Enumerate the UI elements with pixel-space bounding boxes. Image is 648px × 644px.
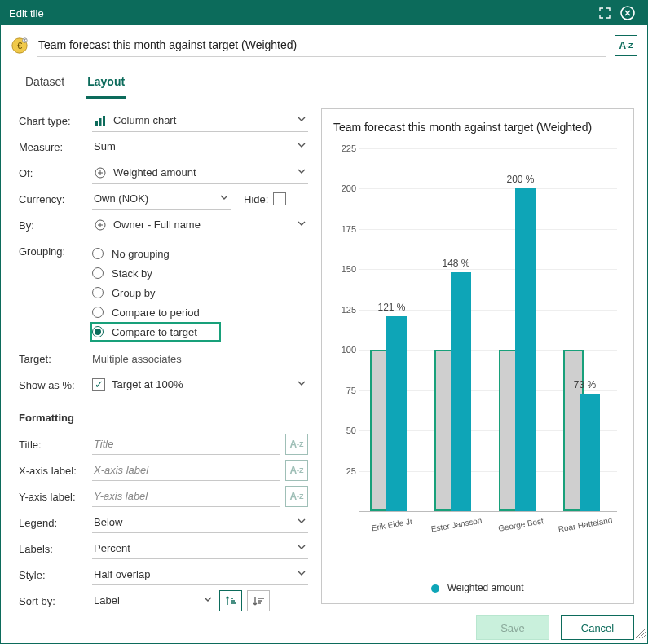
chart-legend: Weighted amount: [332, 582, 624, 593]
tab-layout[interactable]: Layout: [86, 70, 126, 99]
formatting-header: Formatting: [19, 412, 308, 424]
currency-icon: €$: [11, 37, 29, 55]
showas-select[interactable]: Target at 100%: [110, 374, 308, 395]
chevron-down-icon: [297, 114, 306, 126]
of-value: Weighted amount: [113, 166, 196, 179]
radio-no-grouping[interactable]: No grouping: [92, 244, 308, 263]
y-tick: 100: [332, 345, 356, 355]
sort-label: Sort by:: [19, 595, 92, 607]
showas-checkbox[interactable]: [92, 378, 105, 391]
xaxis-input[interactable]: X-axis label: [92, 460, 280, 481]
chart-preview: Team forecast this month against target …: [321, 108, 634, 604]
titlebar: Edit tile: [1, 1, 647, 25]
y-tick: 125: [332, 305, 356, 315]
chevron-down-icon: [297, 378, 306, 390]
expand-icon[interactable]: [593, 7, 616, 20]
cancel-button[interactable]: Cancel: [561, 615, 634, 640]
by-label: By:: [19, 219, 92, 232]
category-label: George Best: [497, 516, 544, 533]
y-tick: 50: [332, 426, 356, 435]
sort-asc-button[interactable]: [219, 590, 242, 611]
legend-select[interactable]: Below: [92, 512, 308, 533]
chevron-down-icon: [297, 516, 306, 528]
labels-value: Percent: [94, 542, 130, 554]
value-bar: [451, 272, 471, 511]
style-value: Half overlap: [94, 568, 150, 580]
translate-button[interactable]: A-Z: [615, 35, 637, 56]
chevron-down-icon: [297, 218, 306, 231]
measure-select[interactable]: Sum: [92, 136, 308, 157]
translate-title-button[interactable]: A-Z: [285, 434, 308, 455]
of-select[interactable]: Weighted amount: [92, 162, 308, 184]
sort-select[interactable]: Label: [92, 590, 214, 611]
tab-dataset[interactable]: Dataset: [24, 70, 66, 99]
tabs: Dataset Layout: [1, 60, 647, 99]
value-bar: [580, 394, 600, 511]
y-tick: 150: [332, 264, 356, 274]
yaxis-label: Y-axis label:: [19, 491, 92, 503]
radio-group-by[interactable]: Group by: [92, 283, 308, 302]
hide-label: Hide:: [244, 193, 268, 205]
hide-checkbox[interactable]: [273, 192, 286, 205]
labels-select[interactable]: Percent: [92, 538, 308, 559]
y-tick: 225: [332, 143, 356, 153]
currency-select[interactable]: Own (NOK): [92, 188, 231, 210]
chevron-down-icon: [297, 568, 306, 580]
showas-label: Show as %:: [19, 379, 92, 391]
yaxis-input[interactable]: Y-axis label: [92, 486, 280, 507]
svg-text:€: €: [17, 40, 22, 50]
chart-type-select[interactable]: Column chart: [92, 110, 308, 132]
by-select[interactable]: Owner - Full name: [92, 214, 308, 236]
value-bar: [515, 188, 536, 511]
style-select[interactable]: Half overlap: [92, 564, 308, 585]
sort-value: Label: [94, 594, 120, 607]
radio-compare-target[interactable]: Compare to target: [90, 322, 221, 342]
legend-label: Weighted amount: [447, 582, 524, 593]
svg-rect-6: [99, 118, 102, 126]
of-label: Of:: [19, 167, 92, 179]
target-label: Target:: [19, 353, 92, 365]
style-label: Style:: [19, 569, 92, 581]
category-label: Ester Jansson: [430, 516, 482, 534]
chevron-down-icon: [297, 166, 306, 179]
radio-compare-period[interactable]: Compare to period: [92, 302, 308, 322]
radio-stack-by[interactable]: Stack by: [92, 263, 308, 283]
dialog-title: Edit tile: [9, 7, 44, 20]
close-icon[interactable]: [616, 6, 639, 20]
chevron-down-icon: [219, 192, 229, 205]
layout-form: Chart type: Column chart Measure: Sum Of…: [11, 108, 308, 604]
bar-label: 73 %: [574, 379, 596, 390]
chevron-down-icon: [297, 140, 306, 152]
y-tick: 200: [332, 183, 356, 193]
currency-value: Own (NOK): [94, 192, 148, 205]
legend-value: Below: [94, 516, 122, 528]
bar-label: 148 %: [442, 258, 469, 269]
title-input[interactable]: Title: [92, 434, 280, 455]
by-value: Owner - Full name: [113, 218, 201, 231]
chart-type-label: Chart type:: [19, 115, 92, 127]
field-icon: [94, 166, 107, 179]
labels-label: Labels:: [19, 543, 92, 555]
translate-xaxis-button[interactable]: A-Z: [285, 460, 308, 481]
sort-desc-button[interactable]: [247, 590, 270, 611]
resize-grip-icon[interactable]: [635, 628, 646, 642]
value-bar: [386, 316, 407, 511]
chart-title: Team forecast this month against target …: [333, 121, 624, 134]
bar-label: 200 %: [506, 174, 534, 185]
translate-yaxis-button[interactable]: A-Z: [285, 486, 308, 507]
bar-label: 121 %: [377, 302, 405, 313]
save-button[interactable]: Save: [476, 615, 549, 640]
svg-rect-7: [103, 116, 105, 126]
column-chart-icon: [94, 114, 107, 127]
svg-rect-5: [95, 121, 98, 126]
xaxis-label: X-axis label:: [19, 465, 92, 477]
category-label: Roar Hatteland: [557, 515, 612, 534]
y-tick: 75: [332, 386, 356, 395]
showas-value: Target at 100%: [112, 378, 183, 390]
title-label: Title:: [19, 439, 92, 451]
y-tick: 25: [332, 466, 356, 476]
chart-type-value: Column chart: [113, 114, 176, 126]
tile-name-input[interactable]: Team forecast this month against target …: [37, 33, 606, 57]
legend-label: Legend:: [19, 517, 92, 529]
measure-label: Measure:: [19, 141, 92, 153]
